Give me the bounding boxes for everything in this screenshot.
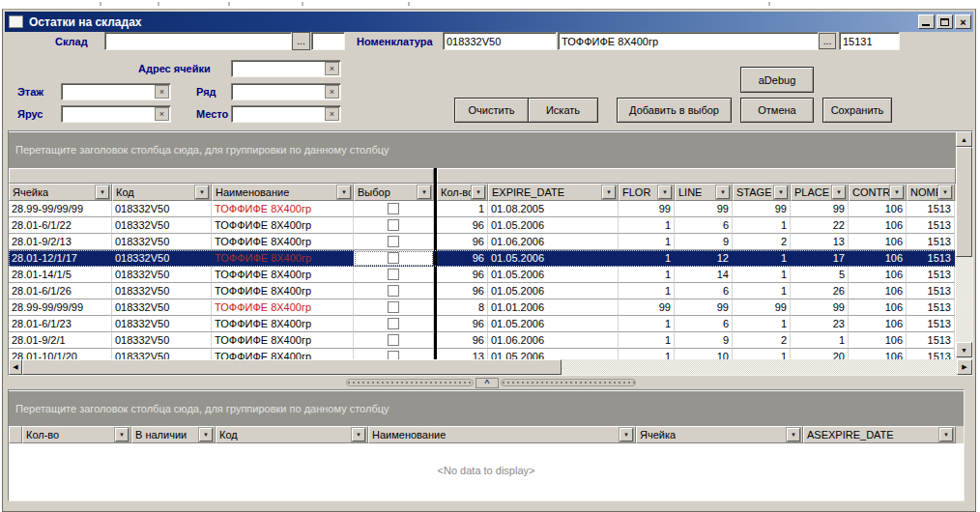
save-button[interactable]: Сохранить — [822, 98, 892, 123]
column-header-place[interactable]: PLACE▼ — [791, 184, 849, 201]
add-to-selection-button[interactable]: Добавить в выбор — [617, 98, 732, 123]
filter-dropdown-button[interactable]: ▼ — [96, 185, 109, 199]
cell-expire_date: 01.01.2006 — [488, 299, 619, 316]
filter-dropdown-button[interactable]: ▼ — [472, 185, 485, 199]
filter-dropdown-button[interactable]: ▼ — [418, 185, 431, 199]
row-select-checkbox[interactable] — [388, 285, 399, 297]
cell-flor: 1 — [619, 234, 675, 250]
row-select-checkbox[interactable] — [388, 252, 399, 264]
scroll-down-button[interactable]: ▼ — [956, 342, 972, 357]
adebug-button[interactable]: aDebug — [740, 67, 814, 93]
filter-dropdown-button[interactable]: ▼ — [620, 428, 633, 441]
sklad-code-input[interactable] — [311, 32, 345, 50]
table-row[interactable]: 28.01-6/1/22018332V50ТОФФИФЕ 8Х400гр9601… — [9, 217, 956, 234]
adres-clear-button[interactable]: × — [325, 62, 339, 75]
table-row[interactable]: 28.01-6/1/26018332V50ТОФФИФЕ 8Х400гр9601… — [9, 283, 956, 299]
mesto-clear-button[interactable]: × — [325, 107, 339, 121]
table-row[interactable]: 28.01-9/2/1018332V50ТОФФИФЕ 8Х400гр9601.… — [9, 332, 956, 349]
ryad-label: Ряд — [196, 86, 216, 98]
scrollbar-thumb[interactable] — [956, 147, 972, 257]
filter-dropdown-button[interactable]: ▼ — [602, 185, 616, 199]
etazh-clear-button[interactable]: × — [155, 85, 169, 99]
title-bar[interactable]: Остатки на складах × — [5, 12, 973, 32]
splitter-grip[interactable] — [501, 379, 636, 386]
column-header-naimenovanie[interactable]: Наименование▼ — [368, 426, 636, 443]
filter-dropdown-button[interactable]: ▼ — [832, 185, 846, 199]
row-select-checkbox[interactable] — [388, 269, 399, 280]
cancel-button[interactable]: Отмена — [740, 98, 814, 123]
row-select-checkbox[interactable] — [388, 334, 399, 346]
search-button[interactable]: Искать — [528, 98, 598, 123]
scroll-down-icon: ▼ — [961, 347, 967, 354]
column-header-v_nalichii[interactable]: В наличии▼ — [131, 426, 216, 443]
column-header-contr[interactable]: CONTR▼ — [849, 184, 907, 201]
scroll-left-button[interactable]: ◀ — [9, 359, 22, 375]
grid-splitter[interactable]: ^ — [8, 376, 973, 389]
column-header-naimenovanie[interactable]: Наименование▼ — [212, 184, 354, 201]
maximize-button[interactable] — [937, 14, 953, 29]
column-header-line[interactable]: LINE▼ — [675, 184, 733, 201]
column-header-expire_date[interactable]: EXPIRE_DATE▼ — [488, 184, 619, 201]
cell-place: 17 — [791, 250, 849, 267]
column-header-nomen[interactable]: NOMEN▼ — [907, 184, 955, 201]
cell-stage: 2 — [733, 234, 791, 250]
row-select-checkbox[interactable] — [388, 351, 399, 359]
filter-dropdown-button[interactable]: ▼ — [195, 185, 209, 199]
filter-dropdown-button[interactable]: ▼ — [352, 428, 365, 441]
filter-dropdown-button[interactable]: ▼ — [115, 428, 129, 441]
cell-flor: 1 — [619, 316, 675, 332]
row-select-checkbox[interactable] — [388, 219, 399, 231]
column-header-vybor[interactable]: Выбор▼ — [354, 184, 434, 201]
group-by-panel[interactable]: Перетащите заголовок столбца сюда, для г… — [9, 131, 956, 168]
column-header-yacheika[interactable]: Ячейка▼ — [9, 184, 112, 201]
column-header-kolvo[interactable]: Кол-во▼ — [437, 184, 488, 201]
filter-dropdown-button[interactable]: ▼ — [938, 185, 952, 199]
filter-dropdown-button[interactable]: ▼ — [658, 185, 672, 199]
scroll-right-button[interactable]: ▶ — [957, 359, 972, 375]
table-row[interactable]: 28.99-99/99/99018332V50ТОФФИФЕ 8Х400гр10… — [9, 201, 956, 217]
cell-stage: 1 — [733, 267, 791, 283]
row-select-checkbox[interactable] — [388, 318, 399, 329]
row-select-checkbox[interactable] — [388, 236, 399, 247]
filter-dropdown-button[interactable]: ▼ — [716, 185, 730, 199]
scrollbar-thumb[interactable] — [22, 359, 562, 375]
minimize-button[interactable] — [918, 14, 935, 29]
column-header-flor[interactable]: FLOR▼ — [619, 184, 675, 201]
filter-dropdown-button[interactable]: ▼ — [337, 185, 351, 199]
background-fragment — [302, 2, 303, 6]
close-button[interactable]: × — [955, 14, 971, 29]
table-row[interactable]: 28.01-6/1/23018332V50ТОФФИФЕ 8Х400гр9601… — [9, 316, 956, 332]
row-select-checkbox[interactable] — [388, 203, 399, 214]
nomenklatura-lookup-button[interactable]: ... — [819, 33, 836, 49]
filter-dropdown-button[interactable]: ▼ — [199, 428, 213, 441]
table-row[interactable]: 28.01-10/1/20018332V50ТОФФИФЕ 8Х400гр130… — [9, 349, 956, 359]
filter-dropdown-button[interactable]: ▼ — [939, 428, 953, 441]
group-by-panel[interactable]: Перетащите заголовок столбца сюда, для г… — [9, 390, 964, 426]
table-row[interactable]: 28.01-14/1/5018332V50ТОФФИФЕ 8Х400гр9601… — [9, 267, 956, 283]
nomenklatura-code-input[interactable] — [443, 32, 557, 50]
filter-dropdown-button[interactable]: ▼ — [787, 428, 800, 441]
sklad-lookup-button[interactable]: ... — [292, 32, 310, 50]
nomenklatura-name-input[interactable] — [558, 32, 819, 50]
filter-dropdown-button[interactable]: ▼ — [890, 185, 904, 199]
clear-button[interactable]: Очистить — [454, 98, 529, 123]
table-row[interactable]: 28.99-99/99/99018332V50ТОФФИФЕ 8Х400гр80… — [9, 299, 956, 316]
filter-dropdown-button[interactable]: ▼ — [774, 185, 788, 199]
column-header-asexpire_date[interactable]: ASEXPIRE_DATE▼ — [803, 426, 956, 443]
table-row[interactable]: 28.01-9/2/13018332V50ТОФФИФЕ 8Х400гр9601… — [9, 234, 956, 250]
column-header-yacheika[interactable]: Ячейка▼ — [636, 426, 803, 443]
column-header-kod[interactable]: Код▼ — [112, 184, 212, 201]
cell-place: 1 — [791, 332, 849, 349]
column-header-stage[interactable]: STAGE▼ — [733, 184, 791, 201]
table-row[interactable]: 28.01-12/1/17018332V50ТОФФИФЕ 8Х400гр960… — [9, 250, 956, 267]
splitter-grip[interactable] — [346, 379, 474, 386]
column-header-kod[interactable]: Код▼ — [216, 426, 368, 443]
nomenklatura-id-input[interactable] — [839, 32, 900, 50]
column-header-kolvo[interactable]: Кол-во▼ — [22, 426, 131, 443]
row-select-checkbox[interactable] — [388, 301, 399, 313]
ryad-clear-button[interactable]: × — [325, 85, 339, 99]
yarus-clear-button[interactable]: × — [155, 107, 169, 121]
scroll-up-button[interactable]: ▲ — [956, 131, 972, 147]
sklad-input[interactable] — [104, 32, 292, 50]
splitter-collapse-button[interactable]: ^ — [476, 378, 499, 388]
